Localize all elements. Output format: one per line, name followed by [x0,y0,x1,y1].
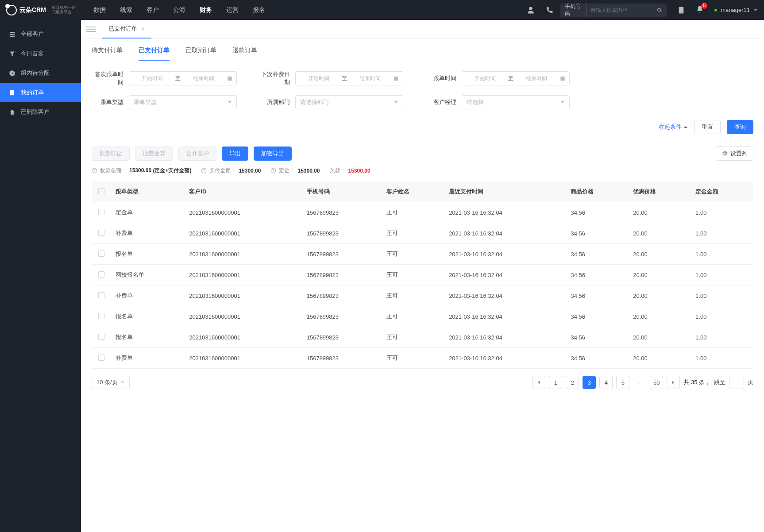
sidebar-item-label: 组内待分配 [21,69,50,77]
nav-报名[interactable]: 报名 [253,4,265,16]
date-range-picker[interactable]: 开始时间至结束时间 [295,71,403,85]
username: manager11 [721,7,750,13]
cell: 王可 [382,348,444,369]
cell: 王可 [382,285,444,306]
row-checkbox[interactable] [98,355,104,361]
mobile-icon[interactable] [677,6,685,14]
select-跟单类型[interactable]: 跟单类型 [129,95,237,109]
page-5[interactable]: 5 [616,376,629,389]
page-tab-paid-orders[interactable]: 已支付订单 ✕ [102,20,151,39]
batch-abandon-button[interactable]: 批量放弃 [135,146,173,161]
sub-tabs: 待支付订单已支付订单已取消订单退款订单 [81,39,764,61]
nav-线索[interactable]: 线索 [120,4,132,16]
select-所属部门[interactable]: 请选择部门 [295,95,403,109]
sub-tab-0[interactable]: 待支付订单 [92,46,123,61]
table-row[interactable]: 网校报名单20210316000000011567899823王可2021-03… [92,265,753,285]
global-search[interactable]: 手机号码 [560,4,667,17]
nav-公海[interactable]: 公海 [173,4,185,16]
table-row[interactable]: 补费单20210316000000011567899823王可2021-03-1… [92,223,753,244]
calendar-icon [393,75,399,81]
next-page-button[interactable] [667,376,680,389]
cell: 王可 [382,306,444,327]
row-checkbox[interactable] [98,230,104,236]
col-header: 手机号码 [302,181,382,202]
cell: 34.56 [566,265,629,285]
cell: 1567899823 [302,348,382,369]
nav-运营[interactable]: 运营 [226,4,239,16]
user-icon[interactable] [527,6,535,14]
col-header: 最近支付时间 [444,181,566,202]
sidebar-item-order[interactable]: 我的订单 [0,83,81,102]
sidebar-item-filter[interactable]: 今日首客 [0,44,81,63]
collapse-sidebar-button[interactable] [86,24,96,34]
trash-icon [9,109,15,116]
sub-tab-1[interactable]: 已支付订单 [139,46,170,61]
nav-财务[interactable]: 财务 [200,4,212,16]
table-row[interactable]: 补费单20210316000000011567899823王可2021-03-1… [92,348,753,369]
nav-数据[interactable]: 数据 [93,4,106,16]
batch-transfer-button[interactable]: 批量转让 [92,146,130,161]
sub-tab-3[interactable]: 退款订单 [232,46,257,61]
row-checkbox[interactable] [98,209,104,215]
search-type-select[interactable]: 手机号码 [565,3,587,18]
date-range-picker[interactable]: 开始时间至结束时间 [129,71,237,85]
search-icon[interactable] [657,7,662,13]
select-客户经理[interactable]: 请选择 [462,95,570,109]
page-2[interactable]: 2 [566,376,579,389]
merge-customer-button[interactable]: 合并客户 [178,146,216,161]
page-3[interactable]: 3 [583,376,596,389]
cell: 34.56 [566,244,629,265]
page-tab-label: 已支付订单 [108,25,137,33]
last-page-button[interactable]: 50 [650,376,663,389]
chevron-left-icon [536,380,541,385]
sidebar-item-label: 我的订单 [21,89,44,96]
collapse-filters-button[interactable]: 收起条件 [659,123,688,131]
cell: 1.00 [691,202,753,223]
filter-跟单类型: 跟单类型跟单类型 [92,95,237,109]
cell: 2021031600000001 [185,306,302,327]
cell: 王可 [382,223,444,244]
query-button[interactable]: 查询 [727,120,753,134]
prev-page-button[interactable] [532,376,545,389]
reset-button[interactable]: 重置 [694,120,721,134]
table-row[interactable]: 报名单20210316000000011567899823王可2021-03-1… [92,327,753,348]
sidebar-item-clock[interactable]: 组内待分配 [0,63,81,83]
row-checkbox[interactable] [98,251,104,257]
column-settings-button[interactable]: 设置列 [716,146,753,161]
close-icon[interactable]: ✕ [141,26,145,32]
phone-icon[interactable] [545,6,553,14]
sub-tab-2[interactable]: 已取消订单 [185,46,216,61]
cell: 1.00 [691,223,753,244]
top-menu: 数据线索客户公海财务运营报名 [93,4,518,16]
table-row[interactable]: 补费单20210316000000011567899823王可2021-03-1… [92,285,753,306]
row-checkbox[interactable] [98,334,104,340]
search-input[interactable] [590,7,657,13]
chevron-down-icon [560,100,565,104]
page-1[interactable]: 1 [549,376,562,389]
user-menu[interactable]: manager11 [714,7,758,13]
cell: 34.56 [566,306,629,327]
nav-客户[interactable]: 客户 [147,4,159,16]
date-range-picker[interactable]: 开始时间至结束时间 [462,71,570,85]
page-4[interactable]: 4 [599,376,613,389]
table-row[interactable]: 定金单20210316000000011567899823王可2021-03-1… [92,202,753,223]
row-checkbox[interactable] [98,292,104,298]
chevron-down-icon [228,100,232,104]
cell: 2021031600000001 [185,327,302,348]
row-checkbox[interactable] [98,313,104,319]
encrypt-export-button[interactable]: 加密导出 [254,146,292,161]
logo[interactable]: 云朵CRM 教育机构一站式服务平台 [6,5,76,15]
sidebar-item-users[interactable]: 全部客户 [0,24,81,44]
row-checkbox[interactable] [98,271,104,278]
select-all-checkbox[interactable] [98,188,104,194]
export-button[interactable]: 导出 [222,146,248,161]
table-row[interactable]: 报名单20210316000000011567899823王可2021-03-1… [92,244,753,265]
jump-page-input[interactable] [729,376,744,389]
notification-button[interactable]: 5 [696,5,704,15]
table-row[interactable]: 报名单20210316000000011567899823王可2021-03-1… [92,306,753,327]
page-size-select[interactable]: 10 条/页 [92,376,130,389]
cell: 34.56 [566,202,629,223]
cell: 20.00 [629,306,691,327]
cell: 1.00 [691,265,753,285]
sidebar-item-trash[interactable]: 已删除客户 [0,102,81,122]
